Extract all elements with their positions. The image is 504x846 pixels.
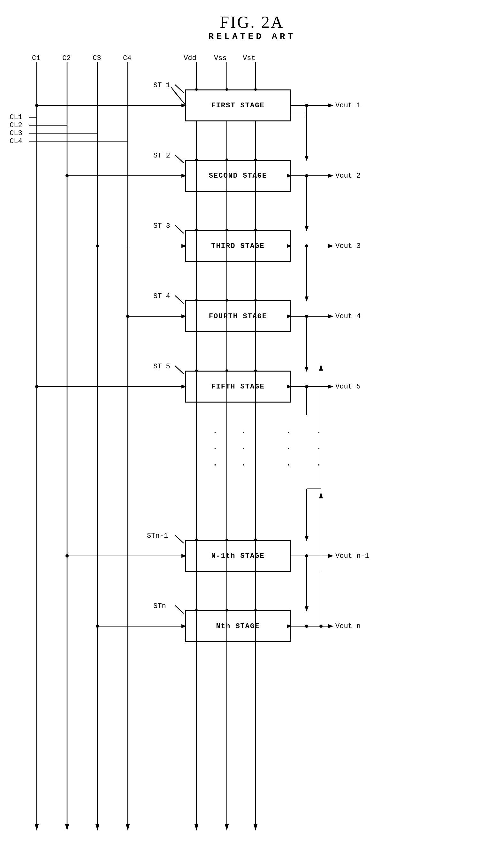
svg-point-87 (319, 625, 323, 628)
svg-point-46 (126, 315, 129, 318)
svg-point-62 (66, 554, 69, 558)
svg-point-102 (254, 369, 257, 372)
svg-marker-60 (319, 364, 323, 371)
svg-marker-77 (319, 492, 323, 499)
fig-subtitle: RELATED ART (0, 32, 504, 41)
svg-marker-18 (195, 824, 198, 831)
svg-point-98 (226, 299, 228, 302)
svg-point-88 (195, 88, 198, 91)
page-title-block: FIG. 2A RELATED ART (0, 0, 504, 41)
svg-marker-5 (65, 824, 69, 831)
svg-point-99 (254, 299, 257, 302)
svg-point-32 (66, 174, 69, 177)
svg-marker-6 (95, 824, 99, 831)
svg-point-93 (254, 159, 257, 161)
svg-line-22 (173, 89, 185, 105)
svg-point-105 (254, 539, 257, 541)
svg-point-107 (226, 609, 228, 612)
svg-point-95 (226, 229, 228, 231)
svg-point-89 (226, 88, 228, 91)
svg-line-33 (175, 155, 184, 163)
svg-marker-19 (225, 824, 229, 831)
diagram-container: FIRST STAGE SECOND STAGE THIRD STAGE FOU… (0, 51, 504, 834)
svg-point-91 (195, 159, 198, 161)
svg-line-47 (175, 295, 184, 304)
svg-line-70 (175, 606, 184, 613)
svg-point-100 (195, 369, 198, 372)
svg-point-94 (195, 229, 198, 231)
svg-point-96 (254, 229, 257, 231)
svg-marker-20 (254, 824, 257, 831)
svg-line-25 (175, 85, 184, 93)
svg-point-97 (195, 299, 198, 302)
svg-point-39 (96, 245, 99, 248)
svg-marker-4 (35, 824, 39, 831)
svg-point-104 (226, 539, 228, 541)
svg-point-103 (195, 539, 198, 541)
diagram-svg (0, 51, 504, 834)
fig-title: FIG. 2A (0, 13, 504, 32)
svg-point-24 (35, 104, 38, 107)
svg-point-69 (96, 625, 99, 628)
svg-marker-7 (126, 824, 130, 831)
svg-point-53 (35, 385, 38, 388)
svg-point-108 (254, 609, 257, 612)
svg-point-90 (254, 88, 257, 91)
svg-line-40 (175, 225, 184, 233)
svg-line-54 (175, 366, 184, 374)
svg-point-101 (226, 369, 228, 372)
svg-point-106 (195, 609, 198, 612)
svg-line-63 (175, 535, 184, 543)
svg-point-92 (226, 159, 228, 161)
